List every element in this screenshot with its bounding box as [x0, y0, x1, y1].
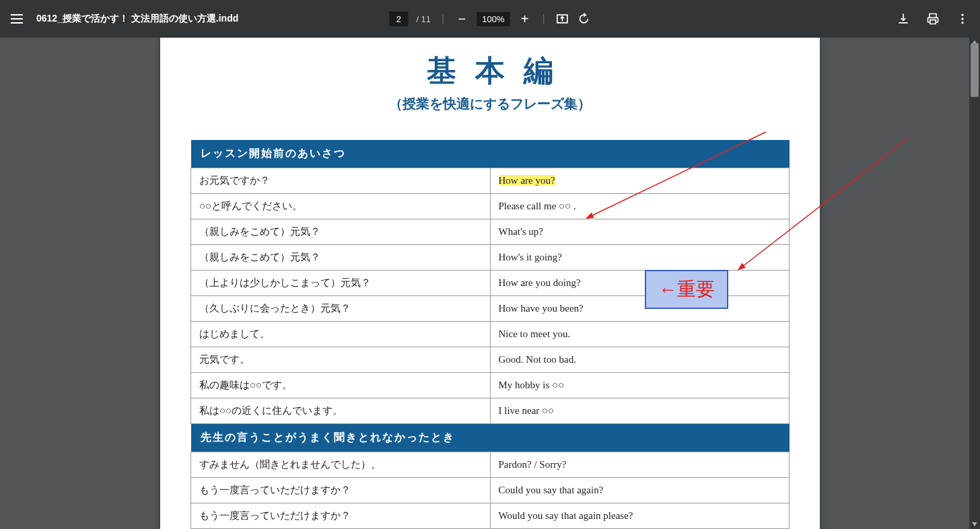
phrase-jp: 私は○○の近くに住んでいます。 [191, 398, 491, 424]
scrollbar-thumb[interactable] [971, 43, 979, 97]
fit-page-icon[interactable] [556, 12, 569, 26]
page-title: 基本編 [160, 51, 820, 91]
table-row: （親しみをこめて）元気？How's it going? [191, 245, 790, 271]
table-row: すみません（聞きとれませんでした）。Pardon? / Sorry? [191, 452, 790, 478]
phrase-en: My hobby is ○○ [490, 373, 790, 398]
vertical-scrollbar[interactable] [969, 38, 980, 529]
pdf-page: 基本編 （授業を快適にするフレーズ集） レッスン開始前のあいさつ お元気ですか？… [160, 38, 820, 529]
phrase-en: How's it going? [490, 245, 790, 271]
phrase-en: I live near ○○ [490, 398, 790, 424]
page-number-input[interactable] [389, 11, 408, 26]
phrase-jp: もう一度言っていただけますか？ [191, 503, 491, 529]
phrase-en: How are you doing? [490, 271, 790, 296]
phrase-jp: もう一度言っていただけますか？ [191, 478, 491, 503]
phrase-en: How are you? [490, 168, 790, 194]
phrase-en: Good. Not too bad. [490, 347, 790, 373]
print-icon[interactable] [926, 12, 940, 26]
document-filename: 0612_授業で活かす！ 文法用語の使い方選.indd [36, 13, 238, 25]
phrase-jp: （久しぶりに会ったとき）元気？ [191, 296, 491, 322]
scroll-down-icon[interactable] [972, 522, 977, 528]
table-row: 私は○○の近くに住んでいます。I live near ○○ [191, 398, 790, 424]
phrase-en: What's up? [490, 219, 790, 245]
phrase-jp: はじめまして。 [191, 322, 491, 347]
phrase-jp: ○○と呼んでください。 [191, 194, 491, 219]
phrase-en: Nice to meet you. [490, 322, 790, 347]
phrase-en: How have you been? [490, 296, 790, 322]
section-header: レッスン開始前のあいさつ [191, 140, 790, 168]
annotation-text: ←重要 [658, 279, 715, 299]
table-row: もう一度言っていただけますか？Could you say that again? [191, 478, 790, 503]
phrase-en: Pardon? / Sorry? [490, 452, 790, 478]
table-row: はじめまして。Nice to meet you. [191, 322, 790, 347]
phrase-en: Could you say that again? [490, 478, 790, 503]
table-row: 元気です。Good. Not too bad. [191, 347, 790, 373]
table-row: ○○と呼んでください。Please call me ○○ . [191, 194, 790, 219]
table-row: （親しみをこめて）元気？What's up? [191, 219, 790, 245]
phrase-table-2: 先生の言うことがうまく聞きとれなかったとき すみません（聞きとれませんでした）。… [190, 424, 790, 529]
phrase-jp: すみません（聞きとれませんでした）。 [191, 452, 491, 478]
annotation-box[interactable]: ←重要 [645, 270, 728, 309]
svg-point-1 [961, 17, 963, 20]
more-icon[interactable] [956, 12, 969, 26]
rotate-icon[interactable] [578, 12, 591, 26]
phrase-jp: （親しみをこめて）元気？ [191, 219, 491, 245]
phrase-jp: （親しみをこめて）元気？ [191, 245, 491, 271]
zoom-in-button[interactable]: + [518, 11, 531, 27]
phrase-en: Please call me ○○ . [490, 194, 790, 219]
phrase-jp: （上よりは少しかしこまって）元気？ [191, 271, 491, 296]
phrase-en: Would you say that again please? [490, 503, 790, 529]
highlighted-text: How are you? [499, 175, 555, 186]
table-row: お元気ですか？How are you? [191, 168, 790, 194]
pdf-toolbar: 0612_授業で活かす！ 文法用語の使い方選.indd / 11 | − 100… [0, 0, 980, 38]
zoom-level: 100% [477, 12, 510, 26]
section-header: 先生の言うことがうまく聞きとれなかったとき [191, 424, 790, 452]
table-row: 私の趣味は○○です。My hobby is ○○ [191, 373, 790, 398]
menu-icon[interactable] [11, 14, 23, 24]
phrase-jp: 元気です。 [191, 347, 491, 373]
table-row: もう一度言っていただけますか？Would you say that again … [191, 503, 790, 529]
page-subtitle: （授業を快適にするフレーズ集） [160, 95, 820, 113]
zoom-out-button[interactable]: − [455, 11, 468, 27]
phrase-jp: 私の趣味は○○です。 [191, 373, 491, 398]
document-viewport[interactable]: 基本編 （授業を快適にするフレーズ集） レッスン開始前のあいさつ お元気ですか？… [0, 38, 980, 529]
svg-point-2 [961, 22, 963, 24]
phrase-jp: お元気ですか？ [191, 168, 491, 194]
svg-point-0 [961, 14, 963, 16]
download-icon[interactable] [897, 12, 910, 26]
page-total: / 11 [416, 14, 431, 24]
